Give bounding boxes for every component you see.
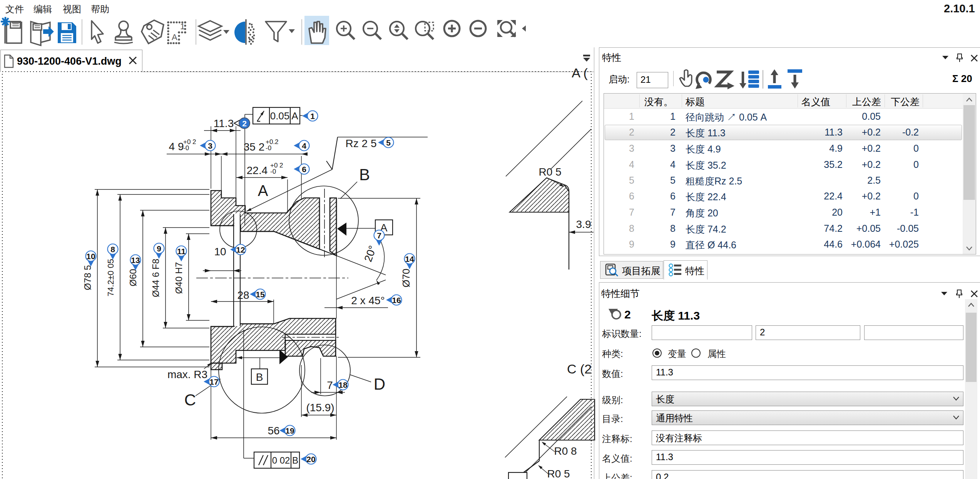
svg-text:2 x 45°: 2 x 45° [351,295,385,306]
svg-text:8: 8 [110,245,115,254]
svg-text:B: B [359,166,370,184]
svg-text:2: 2 [242,119,247,128]
svg-text:17: 17 [209,377,218,386]
svg-text:14: 14 [405,255,414,263]
svg-text:19: 19 [285,426,294,435]
svg-text:11.3: 11.3 [214,117,234,129]
svg-text:max. R3: max. R3 [167,368,207,380]
svg-text:35 2: 35 2 [244,141,265,153]
svg-text:B: B [256,371,263,383]
svg-text:22.4: 22.4 [247,164,268,176]
svg-text:4 9: 4 9 [169,141,184,152]
svg-text:(15.9): (15.9) [306,402,334,414]
svg-text:3: 3 [208,141,212,150]
svg-text:4: 4 [302,141,306,150]
svg-text:7: 7 [327,379,333,391]
svg-text:11: 11 [177,247,186,256]
svg-text:Ø70: Ø70 [400,268,412,287]
svg-text:C: C [184,391,196,409]
svg-text:16: 16 [392,296,401,305]
svg-text:3.9: 3.9 [576,218,591,230]
svg-text:6: 6 [302,165,306,174]
svg-text:56: 56 [268,425,279,437]
svg-text:13: 13 [131,256,140,265]
svg-text:A (: A ( [572,65,588,80]
svg-text:0 02: 0 02 [272,455,290,466]
svg-text:-0: -0 [183,144,189,152]
svg-text:9: 9 [157,244,161,253]
svg-text:10: 10 [214,246,226,258]
svg-text:7: 7 [377,231,381,240]
svg-text:5: 5 [386,138,391,147]
svg-text:A: A [291,110,298,122]
svg-text:10: 10 [86,252,95,261]
svg-text:28: 28 [237,289,249,301]
svg-text:R0 5: R0 5 [547,468,570,479]
svg-text:20: 20 [306,455,315,464]
svg-text:15: 15 [256,290,265,299]
svg-text:C (2: C (2 [567,362,592,376]
svg-text:A: A [258,182,268,199]
svg-text:B: B [292,455,298,466]
svg-text:-0: -0 [266,144,271,152]
svg-text:Rz 2 5: Rz 2 5 [346,137,377,149]
svg-text:1: 1 [310,112,315,121]
svg-text:Ø60: Ø60 [128,269,138,286]
svg-text:20°: 20° [362,244,379,263]
svg-text:0.05: 0.05 [270,110,290,122]
svg-text:R0 8: R0 8 [554,445,577,457]
svg-text:12: 12 [236,245,245,254]
svg-text:D: D [374,375,385,393]
svg-text:-0: -0 [270,168,276,175]
svg-text:Ø78 5: Ø78 5 [82,265,93,290]
svg-text:Ø44 6 F8: Ø44 6 F8 [151,259,161,297]
svg-text:74.2±0 05: 74.2±0 05 [106,259,115,296]
svg-text:R0 5: R0 5 [538,166,561,178]
svg-text:18: 18 [338,380,348,389]
svg-text:Ø40 H7: Ø40 H7 [174,262,184,294]
